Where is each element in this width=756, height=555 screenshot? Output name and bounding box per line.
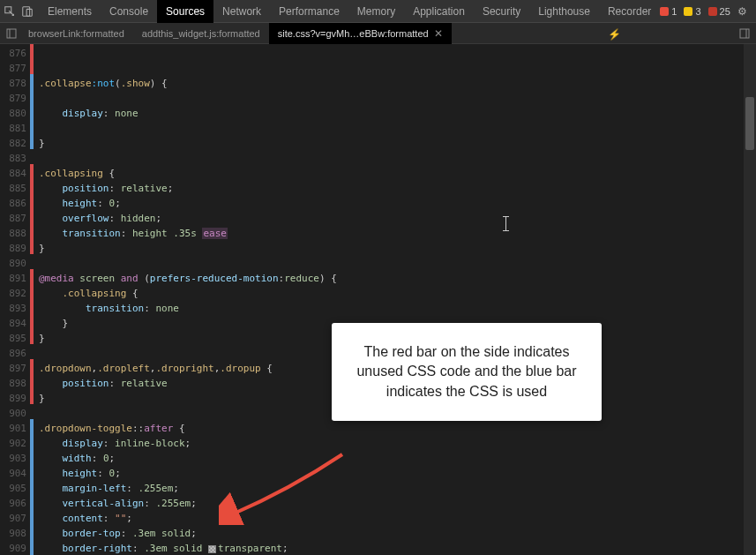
message-badge[interactable]: 25 <box>708 6 730 17</box>
svg-rect-3 <box>7 29 16 38</box>
file-tab-label: site.css?v=gvMh…eBBw:formatted <box>278 23 429 44</box>
code-editor[interactable]: 8768778788798808818828838848858868878888… <box>0 44 756 555</box>
file-tab[interactable]: site.css?v=gvMh…eBBw:formatted✕ <box>269 23 452 44</box>
devtools-tabbar: ElementsConsoleSourcesNetworkPerformance… <box>0 0 756 23</box>
error-badge[interactable]: 1 <box>660 6 677 17</box>
tab-application[interactable]: Application <box>404 0 474 23</box>
scrollbar-thumb[interactable] <box>745 97 754 150</box>
text-cursor-icon <box>505 216 506 231</box>
svg-rect-5 <box>740 29 749 38</box>
color-swatch-icon[interactable] <box>208 545 216 553</box>
tab-elements[interactable]: Elements <box>39 0 101 23</box>
gear-icon[interactable]: ⚙ <box>737 5 747 18</box>
tab-security[interactable]: Security <box>474 0 529 23</box>
tab-sources[interactable]: Sources <box>157 0 213 23</box>
navigator-toggle-icon[interactable] <box>4 26 19 41</box>
file-tab[interactable]: browserLink:formatted <box>19 23 133 44</box>
close-tab-icon[interactable]: ✕ <box>434 23 443 44</box>
file-tabbar: browserLink:formattedaddthis_widget.js:f… <box>0 23 756 44</box>
tab-lighthouse[interactable]: Lighthouse <box>529 0 599 23</box>
scrollbar-track[interactable] <box>744 44 756 555</box>
tab-performance[interactable]: Performance <box>270 0 348 23</box>
warning-badge[interactable]: 3 <box>684 6 700 17</box>
code-content[interactable]: .collapse:not(.show) { display: none}.co… <box>34 44 756 555</box>
tab-network[interactable]: Network <box>213 0 270 23</box>
file-tab-label: addthis_widget.js:formatted <box>142 23 260 44</box>
tab-recorder[interactable]: Recorder ⚡ <box>599 0 660 23</box>
inspect-icon[interactable] <box>4 5 16 18</box>
tab-memory[interactable]: Memory <box>348 0 404 23</box>
annotation-callout: The red bar on the side indicates unused… <box>332 323 602 421</box>
device-toggle-icon[interactable] <box>21 5 34 18</box>
file-tab[interactable]: addthis_widget.js:formatted <box>133 23 269 44</box>
file-tab-label: browserLink:formatted <box>28 23 124 44</box>
snippets-toggle-icon[interactable] <box>737 26 752 41</box>
line-numbers: 8768778788798808818828838848858868878888… <box>4 44 30 555</box>
tab-console[interactable]: Console <box>101 0 157 23</box>
